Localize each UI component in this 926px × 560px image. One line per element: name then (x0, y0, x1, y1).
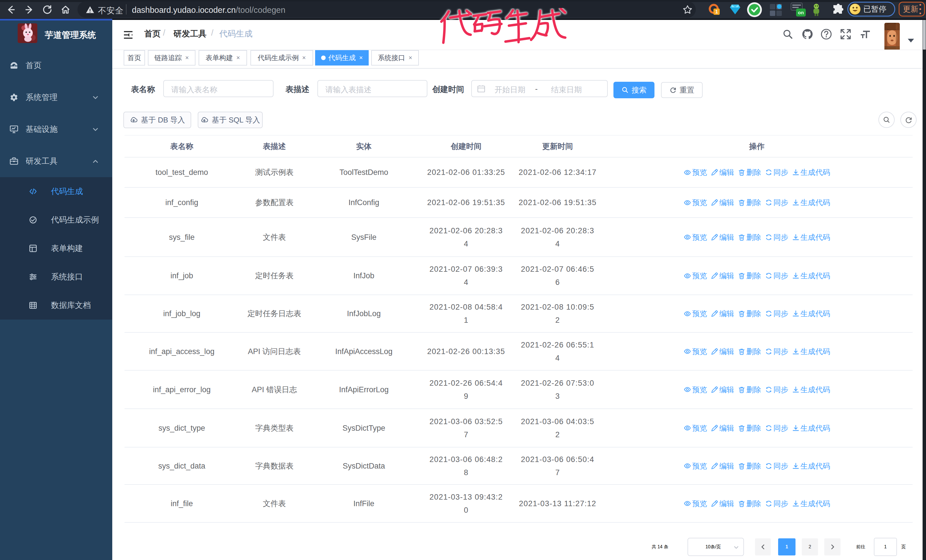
svg-text:1: 1 (715, 9, 718, 15)
svg-text:on: on (798, 10, 804, 15)
